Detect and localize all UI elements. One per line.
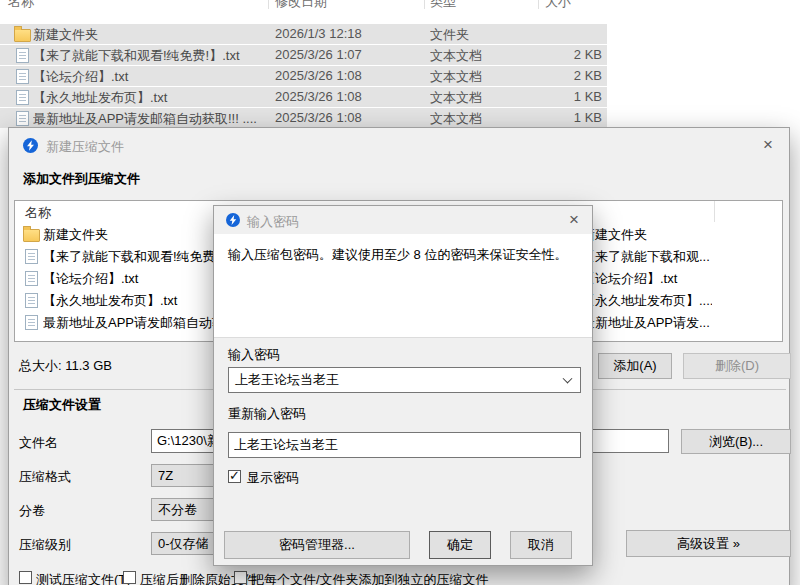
- dialog-title: 新建压缩文件: [46, 138, 124, 156]
- password-dialog: 输入密码 × 输入压缩包密码。建议使用至少 8 位的密码来保证安全性。 输入密码…: [213, 205, 593, 566]
- advanced-settings-button[interactable]: 高级设置 »: [626, 530, 791, 557]
- file-name-secondary: 最新地址及APP请发...: [582, 314, 712, 332]
- column-divider: [538, 0, 539, 9]
- password-label: 输入密码: [228, 346, 280, 364]
- text-file-icon: [16, 69, 29, 84]
- filename-label: 文件名: [19, 434, 58, 452]
- test-archive-label[interactable]: 测试压缩文件(T): [36, 571, 131, 585]
- file-type: 文本文档: [430, 110, 535, 128]
- file-name-secondary: 【来了就能下载和观...: [582, 248, 712, 266]
- dialog-title: 输入密码: [247, 213, 299, 231]
- chevron-down-icon: [563, 374, 573, 384]
- table-row[interactable]: 新建文件夹 2026/1/3 12:18 文件夹: [0, 24, 607, 44]
- format-label: 压缩格式: [19, 468, 71, 486]
- volume-label: 分卷: [19, 502, 45, 520]
- table-row[interactable]: 【论坛介绍】.txt 2025/3/26 1:08 文本文档 2 KB: [0, 66, 607, 86]
- add-button[interactable]: 添加(A): [598, 353, 672, 379]
- password-hint-text: 输入压缩包密码。建议使用至少 8 位的密码来保证安全性。: [228, 246, 578, 264]
- table-row[interactable]: 最新地址及APP请发邮箱自动获取!!! .... 2025/3/26 1:08 …: [0, 108, 607, 128]
- level-label: 压缩级别: [19, 536, 71, 554]
- level-value: 0-仅存储: [158, 535, 209, 553]
- list-column-header-name[interactable]: 名称: [25, 204, 51, 222]
- file-name-secondary: 【永久地址发布页】....: [582, 292, 712, 310]
- file-name: 新建文件夹: [33, 26, 265, 44]
- file-type: 文件夹: [430, 26, 535, 44]
- file-date: 2025/3/26 1:08: [275, 89, 425, 104]
- file-type: 文本文档: [430, 89, 535, 107]
- password-combobox[interactable]: 上老王论坛当老王: [228, 367, 581, 393]
- section-add-files-title: 添加文件到压缩文件: [23, 170, 140, 188]
- delete-original-checkbox[interactable]: [123, 571, 136, 584]
- show-password-label[interactable]: 显示密码: [247, 469, 299, 487]
- show-password-checkbox[interactable]: ✓: [228, 470, 241, 483]
- test-archive-checkbox[interactable]: [19, 571, 32, 584]
- column-divider: [714, 201, 715, 222]
- file-date: 2025/3/26 1:07: [275, 47, 425, 62]
- file-size: 1 KB: [540, 110, 602, 125]
- bandizip-app-icon: [23, 138, 38, 153]
- explorer-column-headers: 名称 修改日期 类型 大小: [0, 0, 608, 9]
- table-row[interactable]: 【来了就能下载和观看!纯免费!】.txt 2025/3/26 1:07 文本文档…: [0, 45, 607, 65]
- close-icon: ×: [763, 136, 773, 153]
- file-date: 2026/1/3 12:18: [275, 26, 425, 41]
- separate-archives-checkbox[interactable]: [234, 571, 247, 584]
- close-button[interactable]: ×: [560, 208, 588, 230]
- cancel-button[interactable]: 取消: [510, 531, 572, 559]
- text-file-icon: [16, 48, 29, 63]
- file-name: 【论坛介绍】.txt: [33, 68, 265, 86]
- checkmark-icon: ✓: [229, 468, 240, 483]
- file-name: 【来了就能下载和观看!纯免费!】.txt: [33, 47, 265, 65]
- file-size: 1 KB: [540, 89, 602, 104]
- file-name: 【永久地址发布页】.txt: [33, 89, 265, 107]
- browse-button[interactable]: 浏览(B)...: [681, 429, 791, 454]
- ok-button[interactable]: 确定: [429, 531, 491, 559]
- file-name: 最新地址及APP请发邮箱自动获取!!! ....: [33, 110, 265, 128]
- folder-icon: [14, 29, 31, 42]
- file-type: 文本文档: [430, 68, 535, 86]
- bandizip-app-icon: [226, 213, 240, 227]
- column-header-type[interactable]: 类型: [430, 0, 456, 9]
- file-type: 文本文档: [430, 47, 535, 65]
- password-value: 上老王论坛当老王: [235, 371, 339, 389]
- file-name-secondary: 新建文件夹: [582, 226, 712, 244]
- column-divider: [268, 0, 269, 9]
- text-file-icon: [25, 293, 38, 308]
- separate-archives-label[interactable]: 把每个文件/文件夹添加到独立的压缩文件: [251, 571, 489, 585]
- file-name-secondary: 【论坛介绍】.txt: [582, 270, 712, 288]
- text-file-icon: [25, 271, 38, 286]
- delete-button: 删除(D): [683, 353, 791, 379]
- column-divider: [424, 0, 425, 9]
- message-panel: 输入压缩包密码。建议使用至少 8 位的密码来保证安全性。: [214, 234, 592, 338]
- total-size-label: 总大小: 11.3 GB: [19, 357, 112, 375]
- text-file-icon: [16, 90, 29, 105]
- format-value: 7Z: [158, 468, 173, 483]
- text-file-icon: [25, 249, 38, 264]
- confirm-password-label: 重新输入密码: [228, 405, 306, 423]
- file-date: 2025/3/26 1:08: [275, 110, 425, 125]
- close-icon: ×: [569, 211, 579, 228]
- column-header-size[interactable]: 大小: [545, 0, 571, 9]
- file-size: 2 KB: [540, 68, 602, 83]
- confirm-password-input[interactable]: [228, 432, 581, 458]
- close-button[interactable]: ×: [753, 133, 783, 155]
- section-archive-settings-title: 压缩文件设置: [23, 396, 101, 414]
- column-header-date[interactable]: 修改日期: [275, 0, 327, 9]
- table-row[interactable]: 【永久地址发布页】.txt 2025/3/26 1:08 文本文档 1 KB: [0, 87, 607, 107]
- folder-icon: [23, 229, 40, 242]
- column-header-name[interactable]: 名称: [8, 0, 34, 9]
- password-manager-button[interactable]: 密码管理器...: [224, 531, 410, 559]
- text-file-icon: [25, 315, 38, 330]
- desktop: { "colors": { "accent_blue": "#1565d8", …: [0, 0, 800, 585]
- text-file-icon: [16, 111, 29, 126]
- file-size: 2 KB: [540, 47, 602, 62]
- file-date: 2025/3/26 1:08: [275, 68, 425, 83]
- volume-value: 不分卷: [158, 501, 197, 519]
